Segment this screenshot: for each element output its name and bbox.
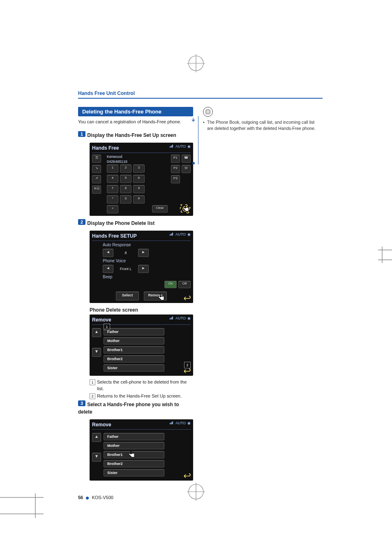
keypad-8[interactable]: 8 xyxy=(120,185,131,193)
keypad-9[interactable]: 9 xyxy=(133,185,145,193)
svg-rect-17 xyxy=(172,233,173,236)
list-item[interactable]: Brother1 xyxy=(104,451,164,458)
keypad-6[interactable]: 6 xyxy=(133,175,145,183)
scroll-down[interactable]: ▼ xyxy=(92,348,101,357)
keypad-hash[interactable]: # xyxy=(133,195,145,204)
phone-voice-dec[interactable]: ◄ xyxy=(103,265,113,273)
signal-icon xyxy=(170,144,174,148)
list-item[interactable]: Brother1 xyxy=(104,346,164,354)
step-3-number: 3 xyxy=(78,400,85,406)
list-item[interactable]: Mother xyxy=(104,442,164,449)
list-item[interactable]: Brother2 xyxy=(104,460,164,467)
step-1-label: Display the Hands-Free Set Up screen xyxy=(87,132,176,138)
section-intro: You can cancel a registration of Hands-F… xyxy=(78,119,193,125)
remove-button[interactable]: Remove xyxy=(144,291,167,301)
call-button-1[interactable]: ☎ xyxy=(182,155,191,163)
running-head: Hands Free Unit Control xyxy=(78,90,323,99)
screenshot-hands-free: AUTO ◉ Hands Free ☰ ↘ ↗ ✕☊ Kenwood xyxy=(90,143,193,216)
incoming-list-button[interactable]: ↘ xyxy=(92,165,101,173)
auto-icon: AUTO xyxy=(175,144,186,148)
svg-rect-13 xyxy=(171,146,172,148)
scroll-up[interactable]: ▲ xyxy=(92,328,101,337)
keypad-3[interactable]: 3 xyxy=(133,164,145,173)
step-3-label: Select a Hands-Free phone you wish to de… xyxy=(78,402,179,415)
keypad-5[interactable]: 5 xyxy=(120,175,131,183)
disc-icon: ◉ xyxy=(187,144,191,148)
step-1: 1Display the Hands-Free Set Up screen xyxy=(78,131,193,139)
svg-rect-23 xyxy=(172,421,173,424)
scroll-up[interactable]: ▲ xyxy=(92,433,101,442)
arrow-down-icon xyxy=(191,116,195,120)
auto-response-dec[interactable]: ◄ xyxy=(103,249,113,257)
clear-button[interactable]: Clear xyxy=(152,205,168,213)
hangup-button[interactable]: ☏ xyxy=(182,165,191,173)
return-icon[interactable] xyxy=(183,296,191,301)
signal-icon xyxy=(170,316,174,320)
vertical-rule xyxy=(198,116,198,164)
mute-button[interactable]: ✕☊ xyxy=(92,185,101,194)
caller-name: Kenwood xyxy=(107,155,168,159)
step-1-number: 1 xyxy=(78,131,85,137)
step-3: 3Select a Hands-Free phone you wish to d… xyxy=(78,400,193,415)
step-2-number: 2 xyxy=(78,219,85,225)
section-title: Deleting the Hands-Free Phone xyxy=(78,107,193,116)
note-text: The Phone Book, outgoing call list, and … xyxy=(203,119,318,131)
svg-rect-19 xyxy=(171,317,172,319)
beep-on[interactable]: On xyxy=(164,281,177,288)
auto-response-label: Auto Response xyxy=(103,243,191,247)
auto-response-inc[interactable]: ► xyxy=(138,249,149,257)
svg-point-27 xyxy=(209,111,209,111)
screenshot-remove-list: AUTO ◉ Remove ▲ ▼ Father Mother Brot xyxy=(90,314,193,376)
signal-icon xyxy=(170,232,174,236)
svg-point-25 xyxy=(207,111,207,111)
caller-number: 0426465116 xyxy=(107,160,168,164)
svg-rect-20 xyxy=(172,317,173,319)
beep-off[interactable]: Off xyxy=(178,281,191,288)
phone-voice-inc[interactable]: ► xyxy=(138,265,149,273)
auto-icon: AUTO xyxy=(175,316,186,320)
list-item[interactable]: Brother2 xyxy=(104,355,164,363)
preset-3[interactable]: P3 xyxy=(171,175,180,183)
disc-icon: ◉ xyxy=(187,232,191,236)
svg-point-29 xyxy=(208,111,208,112)
return-icon[interactable] xyxy=(183,473,191,479)
preset-2[interactable]: P2 xyxy=(171,165,180,173)
svg-point-30 xyxy=(209,111,209,112)
callout-marker-1: 1 xyxy=(104,324,110,330)
disc-icon: ◉ xyxy=(187,421,191,425)
preset-1[interactable]: P1 xyxy=(171,155,180,163)
svg-point-28 xyxy=(207,111,207,112)
callout-marker-2: 2 xyxy=(184,362,191,368)
auto-icon: AUTO xyxy=(175,421,186,425)
keypad-4[interactable]: 4 xyxy=(107,175,118,183)
phonebook-button[interactable]: ☰ xyxy=(92,155,101,163)
list-item[interactable]: Father xyxy=(104,328,164,335)
select-button[interactable]: Select xyxy=(116,291,139,301)
svg-rect-18 xyxy=(170,318,171,319)
keypad-star[interactable]: * xyxy=(107,195,118,204)
page-number: 56 xyxy=(78,495,83,500)
phone-delete-heading: Phone Delete screen xyxy=(90,307,193,313)
svg-rect-15 xyxy=(170,234,171,236)
list-item[interactable]: Sister xyxy=(104,364,164,372)
note-icon xyxy=(203,107,213,117)
step-2: 2Display the Phone Delete list xyxy=(78,219,193,227)
svg-rect-21 xyxy=(170,423,171,424)
keypad-7[interactable]: 7 xyxy=(107,185,118,193)
disc-icon: ◉ xyxy=(187,316,191,320)
list-item[interactable]: Sister xyxy=(104,469,164,476)
keypad-2[interactable]: 2 xyxy=(120,164,131,173)
list-item[interactable]: Mother xyxy=(104,337,164,345)
list-item[interactable]: Father xyxy=(104,433,164,440)
callout-2-text: 2Returns to the Hands-Free Set Up screen… xyxy=(90,393,193,400)
svg-point-26 xyxy=(208,111,208,111)
callout-1-text: 1Selects the cell-phone to be deleted fr… xyxy=(90,379,193,392)
scroll-down[interactable]: ▼ xyxy=(92,453,101,462)
return-icon[interactable] xyxy=(183,368,191,374)
keypad-plus[interactable]: + xyxy=(107,205,118,213)
svg-rect-22 xyxy=(171,422,172,424)
keypad-0[interactable]: 0 xyxy=(120,195,131,204)
keypad-1[interactable]: 1 xyxy=(107,164,118,173)
outgoing-list-button[interactable]: ↗ xyxy=(92,175,101,183)
setup-button[interactable] xyxy=(180,204,191,213)
